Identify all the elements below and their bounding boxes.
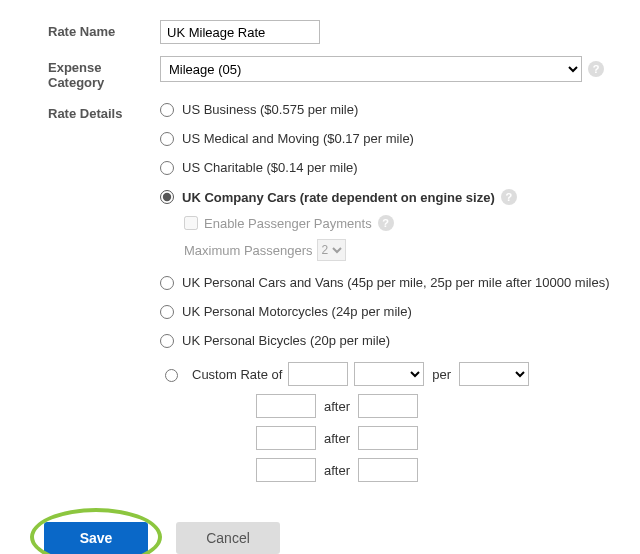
expense-category-select[interactable]: Mileage (05): [160, 56, 582, 82]
radio-uk-company-label: UK Company Cars (rate dependent on engin…: [182, 190, 495, 205]
help-icon[interactable]: ?: [501, 189, 517, 205]
radio-custom-rate[interactable]: [165, 369, 178, 382]
custom-tier1-rate-input[interactable]: [256, 394, 316, 418]
save-button[interactable]: Save: [44, 522, 148, 554]
enable-passenger-checkbox[interactable]: [184, 216, 198, 230]
after-label: after: [324, 463, 350, 478]
expense-category-label: Expense Category: [0, 56, 160, 90]
radio-us-charitable-label: US Charitable ($0.14 per mile): [182, 160, 358, 175]
radio-uk-motorcycles-label: UK Personal Motorcycles (24p per mile): [182, 304, 412, 319]
max-passengers-select[interactable]: 2: [317, 239, 346, 261]
radio-us-medical-label: US Medical and Moving ($0.17 per mile): [182, 131, 414, 146]
rate-name-label: Rate Name: [0, 20, 160, 39]
per-label: per: [430, 367, 453, 382]
after-label: after: [324, 431, 350, 446]
uk-company-sub-options: Enable Passenger Payments ? Maximum Pass…: [184, 215, 620, 261]
radio-uk-company-cars[interactable]: [160, 190, 174, 204]
radio-uk-personal-cars-label: UK Personal Cars and Vans (45p per mile,…: [182, 275, 610, 290]
radio-us-charitable[interactable]: [160, 161, 174, 175]
custom-rate-currency-select[interactable]: [354, 362, 424, 386]
radio-uk-motorcycles[interactable]: [160, 305, 174, 319]
radio-uk-bicycles[interactable]: [160, 334, 174, 348]
custom-tier1-after-input[interactable]: [358, 394, 418, 418]
custom-tier2-after-input[interactable]: [358, 426, 418, 450]
radio-us-business-label: US Business ($0.575 per mile): [182, 102, 358, 117]
enable-passenger-label: Enable Passenger Payments: [204, 216, 372, 231]
radio-uk-bicycles-label: UK Personal Bicycles (20p per mile): [182, 333, 390, 348]
custom-tier3-rate-input[interactable]: [256, 458, 316, 482]
radio-uk-personal-cars[interactable]: [160, 276, 174, 290]
rate-details-label: Rate Details: [0, 102, 160, 121]
max-passengers-label: Maximum Passengers: [184, 243, 313, 258]
cancel-button[interactable]: Cancel: [176, 522, 280, 554]
rate-name-input[interactable]: [160, 20, 320, 44]
radio-us-business[interactable]: [160, 103, 174, 117]
help-icon[interactable]: ?: [378, 215, 394, 231]
radio-custom-rate-label: Custom Rate of: [192, 367, 282, 382]
custom-tier3-after-input[interactable]: [358, 458, 418, 482]
custom-rate-amount-input[interactable]: [288, 362, 348, 386]
radio-us-medical[interactable]: [160, 132, 174, 146]
custom-tier2-rate-input[interactable]: [256, 426, 316, 450]
after-label: after: [324, 399, 350, 414]
help-icon[interactable]: ?: [588, 61, 604, 77]
custom-rate-unit-select[interactable]: [459, 362, 529, 386]
